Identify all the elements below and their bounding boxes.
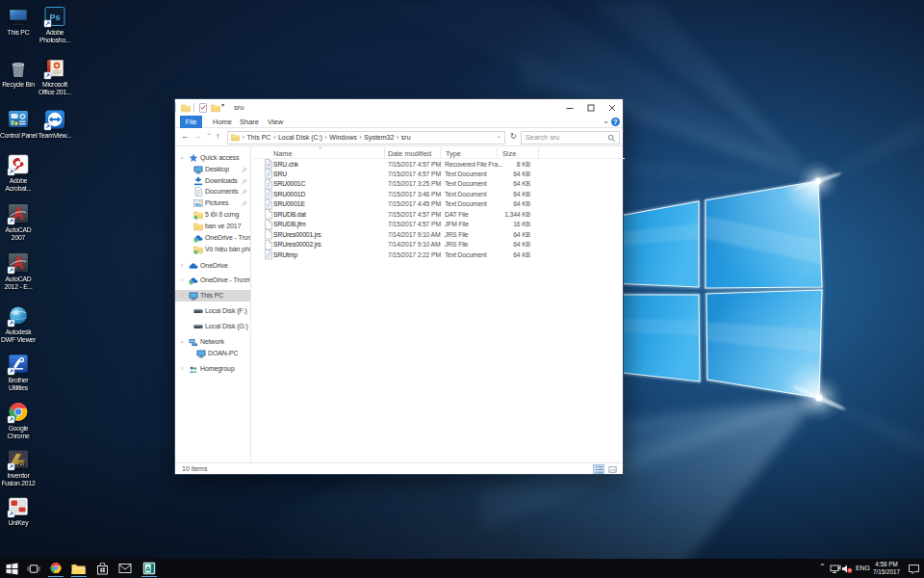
sidebar-item[interactable]: Local Disk (F:): [175, 305, 251, 317]
breadcrumb-item[interactable]: Local Disk (C:): [278, 134, 322, 141]
file-row[interactable]: SRUDB.dat7/15/2017 4:57 PMDAT File1,344 …: [252, 209, 625, 219]
sidebar-item[interactable]: ›Homegroup: [175, 363, 251, 375]
taskbar-chrome-icon[interactable]: [48, 562, 64, 575]
network-tray-icon[interactable]: [830, 564, 841, 574]
sidebar-item[interactable]: Desktop: [175, 164, 251, 175]
search-icon[interactable]: [607, 134, 616, 143]
sidebar-item[interactable]: DOAN-PC: [175, 348, 251, 359]
sidebar-item[interactable]: 5 lỗi ổ cứng: [175, 209, 251, 221]
sidebar-item[interactable]: Vô hiệu bàn phím: [175, 244, 251, 255]
title-bar: ▾sru: [175, 99, 623, 116]
expander-chevron-icon[interactable]: ›: [178, 338, 187, 347]
sidebar-item[interactable]: ›OneDrive - Trường Đ.: [175, 275, 251, 286]
volume-muted-icon[interactable]: [841, 564, 853, 574]
qat-dropdown-icon[interactable]: ▾: [221, 101, 224, 108]
back-button[interactable]: ←: [181, 131, 190, 141]
taskbar-clock[interactable]: 4:58 PM7/15/2017: [870, 561, 903, 576]
expander-chevron-icon[interactable]: ›: [178, 154, 187, 163]
help-icon[interactable]: ?: [611, 118, 620, 126]
qat-properties-icon[interactable]: [198, 103, 208, 113]
file-row[interactable]: SRU7/15/2017 4:57 PMText Document64 KB: [252, 169, 625, 178]
file-row[interactable]: SRU0001E7/15/2017 4:45 PMText Document64…: [252, 199, 625, 209]
desktop-icon-control-panel[interactable]: Control Panel: [0, 108, 37, 140]
column-separator[interactable]: [497, 147, 498, 158]
recent-locations-icon[interactable]: ⌄: [206, 129, 212, 137]
breadcrumb-item[interactable]: This PC: [247, 134, 271, 141]
desktop-icon-autocad-2007[interactable]: AutoCAD2007: [0, 202, 37, 241]
sidebar-item[interactable]: ›This PC: [175, 290, 251, 302]
details-view-button[interactable]: [593, 464, 604, 474]
column-separator[interactable]: [538, 147, 539, 158]
column-header-size[interactable]: Size: [502, 149, 516, 158]
taskbar-mail-icon[interactable]: [117, 562, 133, 575]
icons-view-button[interactable]: [606, 464, 618, 474]
desktop-icon-teamviewer[interactable]: TeamView...: [37, 108, 73, 140]
desktop-icon-adobe-acrobat[interactable]: AdobeAcrobat...: [0, 153, 37, 192]
desktop-icon-autocad-2012[interactable]: AutoCAD2012 - E...: [0, 251, 37, 290]
file-row[interactable]: SRUDB.jfm7/15/2017 4:57 PMJFM File16 KB: [252, 220, 625, 229]
search-input[interactable]: [522, 132, 619, 144]
expand-ribbon-icon[interactable]: ⌄: [603, 117, 609, 125]
sidebar-item[interactable]: OneDrive - Trường Đ: [175, 232, 251, 244]
expander-chevron-icon[interactable]: ›: [181, 261, 183, 271]
file-row[interactable]: SRUres00002.jrs7/14/2017 9:10 AMJRS File…: [252, 240, 625, 250]
desktop-icon-inventor[interactable]: FTInventorFusion 2012: [0, 448, 37, 486]
sidebar-item[interactable]: Local Disk (G:): [175, 321, 251, 332]
desktop-icon-brother[interactable]: BrotherUtilities: [0, 353, 37, 391]
desktop-icon-ms-office[interactable]: MicrosoftOffice 201...: [37, 57, 73, 95]
tab-view[interactable]: View: [265, 116, 286, 128]
desktop-icon-photoshop[interactable]: PsAdobePhotosho...: [37, 5, 73, 43]
sidebar-item[interactable]: ›Quick access: [175, 152, 251, 164]
task-view-button[interactable]: [26, 562, 41, 575]
refresh-icon[interactable]: ↻: [510, 132, 517, 141]
file-size: 64 KB: [480, 191, 530, 197]
expander-chevron-icon[interactable]: ›: [181, 276, 183, 285]
column-separator[interactable]: [384, 147, 385, 158]
tab-share[interactable]: Share: [237, 116, 262, 128]
breadcrumb-item[interactable]: sru: [401, 134, 411, 141]
tab-file[interactable]: File: [180, 116, 202, 128]
breadcrumb-item[interactable]: Windows: [329, 134, 356, 141]
minimize-button[interactable]: [559, 99, 580, 116]
desktop-icon-label: Google: [0, 425, 37, 433]
tray-expand-icon[interactable]: ⌃: [819, 563, 826, 571]
file-row[interactable]: SRU0001D7/15/2017 3:46 PMText Document64…: [252, 189, 625, 198]
file-row[interactable]: SRUres00001.jrs7/14/2017 9:10 AMJRS File…: [252, 229, 625, 239]
column-header-type[interactable]: Type: [446, 149, 461, 158]
desktop-icon-google-chrome[interactable]: GoogleChrome: [0, 401, 37, 439]
file-row[interactable]: SRUtmp7/15/2017 2:22 PMText Document64 K…: [252, 250, 625, 259]
breadcrumb-item[interactable]: System32: [364, 134, 394, 141]
desktop-icon-autodesk-dwf[interactable]: AutodeskDWF Viewer: [0, 304, 37, 343]
sidebar-item[interactable]: ›OneDrive: [175, 260, 251, 272]
maximize-button[interactable]: [580, 99, 602, 116]
sidebar-item[interactable]: Pictures: [175, 197, 251, 209]
sidebar-item[interactable]: ›Network: [175, 336, 251, 348]
column-header-date[interactable]: Date modified: [388, 149, 431, 158]
up-button[interactable]: ↑: [216, 131, 220, 141]
qat-new-folder-icon[interactable]: [211, 103, 220, 113]
column-header-name[interactable]: Name: [273, 149, 292, 158]
language-indicator[interactable]: ENG: [856, 565, 870, 571]
start-button[interactable]: [4, 562, 19, 575]
column-separator[interactable]: [440, 147, 441, 158]
close-button[interactable]: [602, 99, 623, 116]
forward-button[interactable]: →: [193, 131, 202, 141]
taskbar-store-icon[interactable]: [94, 562, 110, 575]
file-row[interactable]: SRU.chk7/15/2017 4:57 PMRecovered File F…: [252, 159, 625, 169]
action-center-icon[interactable]: [908, 564, 920, 575]
tab-home[interactable]: Home: [210, 116, 235, 128]
sidebar-item[interactable]: Documents: [175, 186, 251, 197]
sidebar-item[interactable]: ban ve 2017: [175, 221, 251, 232]
taskbar-dictionary-icon[interactable]: A: [141, 562, 157, 575]
address-dropdown-icon[interactable]: ⌄: [496, 132, 501, 140]
desktop-icon-this-pc[interactable]: This PC: [0, 5, 37, 37]
desktop-icon-label: Utilities: [0, 384, 37, 392]
expander-chevron-icon[interactable]: ›: [178, 292, 187, 301]
taskbar-explorer-icon[interactable]: [70, 562, 86, 575]
address-bar[interactable]: ›This PC›Local Disk (C:)›Windows›System3…: [227, 131, 505, 144]
desktop-icon-recycle-bin[interactable]: Recycle Bin: [0, 57, 37, 89]
expander-chevron-icon[interactable]: ›: [181, 364, 183, 374]
search-box[interactable]: [521, 131, 620, 144]
desktop-icon-unikey[interactable]: UniKey: [0, 495, 37, 527]
file-row[interactable]: SRU0001C7/15/2017 3:25 PMText Document64…: [252, 179, 625, 189]
